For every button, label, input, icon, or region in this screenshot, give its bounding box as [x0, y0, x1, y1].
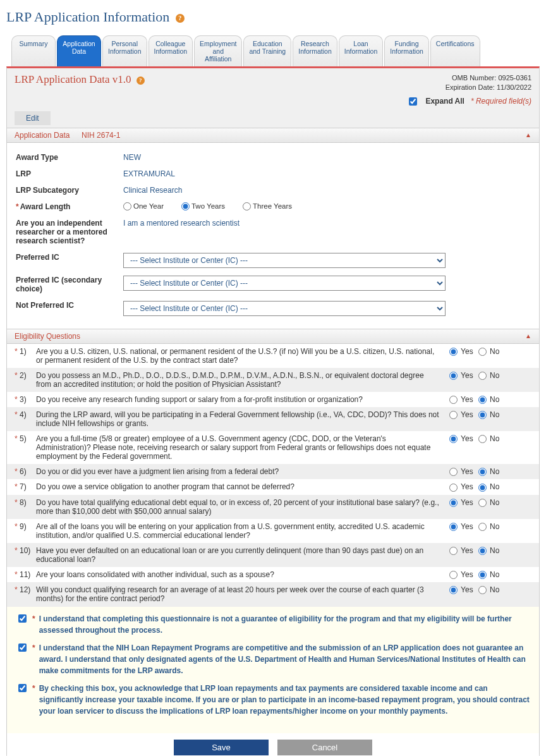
- tab-funding[interactable]: FundingInformation: [384, 35, 429, 66]
- question-number: 5): [20, 434, 36, 443]
- question-number: 3): [20, 395, 36, 404]
- radio-yes[interactable]: [449, 468, 458, 476]
- question-row: *9)Are all of the loans you will be ente…: [7, 519, 539, 543]
- required-marker: *: [15, 585, 20, 594]
- edit-button[interactable]: Edit: [15, 111, 51, 125]
- question-row: *8)Do you have total qualifying educatio…: [7, 495, 539, 519]
- collapse-icon[interactable]: ▲: [525, 131, 531, 138]
- question-row: *4)During the LRP award, will you be par…: [7, 407, 539, 431]
- question-text: Do you receive any research funding supp…: [36, 395, 449, 404]
- value-lrp-subcategory: Clinical Research: [123, 186, 182, 195]
- radio-no[interactable]: [478, 435, 487, 443]
- award-length-radios: One YearTwo YearsThree Years: [123, 202, 310, 210]
- label-preferred-ic: Preferred IC: [16, 253, 123, 262]
- radio-no[interactable]: [478, 523, 487, 531]
- form-title-text: LRP Application Data v1.0: [15, 73, 131, 85]
- tab-summary[interactable]: Summary: [11, 35, 56, 66]
- ack-checkbox[interactable]: [18, 643, 27, 652]
- tab-personal[interactable]: PersonalInformation: [102, 35, 147, 66]
- acknowledgement-row: *I understand that the NIH Loan Repaymen…: [16, 642, 530, 676]
- required-marker: *: [15, 546, 20, 555]
- tab-research[interactable]: ResearchInformation: [293, 35, 337, 66]
- radio-no[interactable]: [478, 372, 487, 380]
- expiration-date: Expiration Date: 11/30/2022: [446, 83, 531, 92]
- radio-yes[interactable]: [449, 484, 458, 492]
- radio-yes[interactable]: [449, 372, 458, 380]
- radio-no[interactable]: [478, 484, 487, 492]
- tab-application[interactable]: ApplicationData: [57, 35, 101, 66]
- radio-no[interactable]: [478, 586, 487, 594]
- radio-no[interactable]: [478, 499, 487, 507]
- help-icon[interactable]: ?: [176, 14, 185, 23]
- required-marker: *: [15, 482, 20, 491]
- section-application-data[interactable]: Application Data NIH 2674-1 ▲: [7, 128, 539, 143]
- question-text: Will you conduct qualifying research for…: [36, 585, 449, 603]
- question-text: Do you owe a service obligation to anoth…: [36, 482, 449, 491]
- required-marker: *: [15, 434, 20, 443]
- tab-loan[interactable]: LoanInformation: [339, 35, 384, 66]
- select-preferred-ic-secondary[interactable]: --- Select Institute or Center (IC) ---: [123, 276, 446, 291]
- radio-no[interactable]: [478, 348, 487, 356]
- required-marker: *: [32, 642, 35, 654]
- question-text: Are you a full-time (5/8 or greater) emp…: [36, 434, 449, 461]
- radio-award-length[interactable]: [123, 202, 131, 210]
- question-number: 6): [20, 467, 36, 476]
- question-row: *10)Have you ever defaulted on an educat…: [7, 543, 539, 567]
- required-marker: *: [15, 498, 20, 507]
- question-number: 8): [20, 498, 36, 507]
- radio-yes[interactable]: [449, 499, 458, 507]
- save-button[interactable]: Save: [174, 740, 269, 755]
- tab-colleague[interactable]: ColleagueInformation: [149, 35, 193, 66]
- ack-text: By checking this box, you acknowledge th…: [39, 683, 530, 717]
- radio-yes[interactable]: [449, 547, 458, 555]
- radio-yes[interactable]: [449, 411, 458, 419]
- tab-certifications[interactable]: Certifications: [430, 35, 480, 66]
- label-lrp: LRP: [16, 169, 123, 178]
- radio-yes[interactable]: [449, 396, 458, 404]
- select-preferred-ic[interactable]: --- Select Institute or Center (IC) ---: [123, 253, 446, 268]
- required-marker: *: [15, 347, 20, 356]
- question-text: Are all of the loans you will be enterin…: [36, 522, 449, 540]
- page-title: LRP Application Information ?: [6, 9, 540, 25]
- collapse-icon[interactable]: ▲: [525, 332, 531, 339]
- section-title: Application Data: [15, 131, 70, 140]
- radio-yes[interactable]: [449, 435, 458, 443]
- radio-award-length[interactable]: [243, 202, 251, 210]
- ack-text: I understand that completing this questi…: [39, 613, 530, 636]
- help-icon[interactable]: ?: [136, 76, 145, 85]
- tab-employment[interactable]: EmploymentandAffiliation: [194, 35, 242, 66]
- question-row: *11)Are your loans consolidated with ano…: [7, 567, 539, 582]
- radio-yes[interactable]: [449, 571, 458, 579]
- question-text: Do you or did you ever have a judgment l…: [36, 467, 449, 476]
- cancel-button[interactable]: Cancel: [277, 740, 372, 755]
- question-row: *12)Will you conduct qualifying research…: [7, 582, 539, 606]
- radio-yes[interactable]: [449, 348, 458, 356]
- section-subtitle: NIH 2674-1: [82, 131, 120, 140]
- radio-no[interactable]: [478, 547, 487, 555]
- question-row: *3)Do you receive any research funding s…: [7, 392, 539, 407]
- radio-award-length[interactable]: [181, 202, 190, 210]
- expand-all-checkbox[interactable]: [409, 97, 417, 106]
- radio-no[interactable]: [478, 571, 487, 579]
- ack-checkbox[interactable]: [18, 614, 27, 623]
- radio-yes[interactable]: [449, 586, 458, 594]
- radio-label: Three Years: [253, 202, 292, 210]
- radio-no[interactable]: [478, 468, 487, 476]
- question-row: *1)Are you a U.S. citizen, U.S. national…: [7, 344, 539, 368]
- ack-checkbox[interactable]: [18, 684, 27, 692]
- radio-label: Two Years: [191, 202, 225, 210]
- acknowledgement-row: *By checking this box, you acknowledge t…: [16, 683, 530, 717]
- select-not-preferred-ic[interactable]: --- Select Institute or Center (IC) ---: [123, 301, 446, 316]
- required-marker: *: [32, 683, 35, 694]
- radio-no[interactable]: [478, 396, 487, 404]
- radio-yes[interactable]: [449, 523, 458, 531]
- section-title: Eligibility Questions: [15, 332, 80, 341]
- tab-education[interactable]: Educationand Training: [243, 35, 291, 66]
- radio-no[interactable]: [478, 411, 487, 419]
- question-number: 2): [20, 371, 36, 380]
- tabs: SummaryApplicationDataPersonalInformatio…: [11, 35, 540, 66]
- page-title-text: LRP Application Information: [6, 9, 169, 25]
- label-researcher-type: Are you an independent researcher or a m…: [16, 219, 123, 245]
- section-eligibility[interactable]: Eligibility Questions ▲: [7, 329, 539, 344]
- question-number: 11): [20, 570, 36, 579]
